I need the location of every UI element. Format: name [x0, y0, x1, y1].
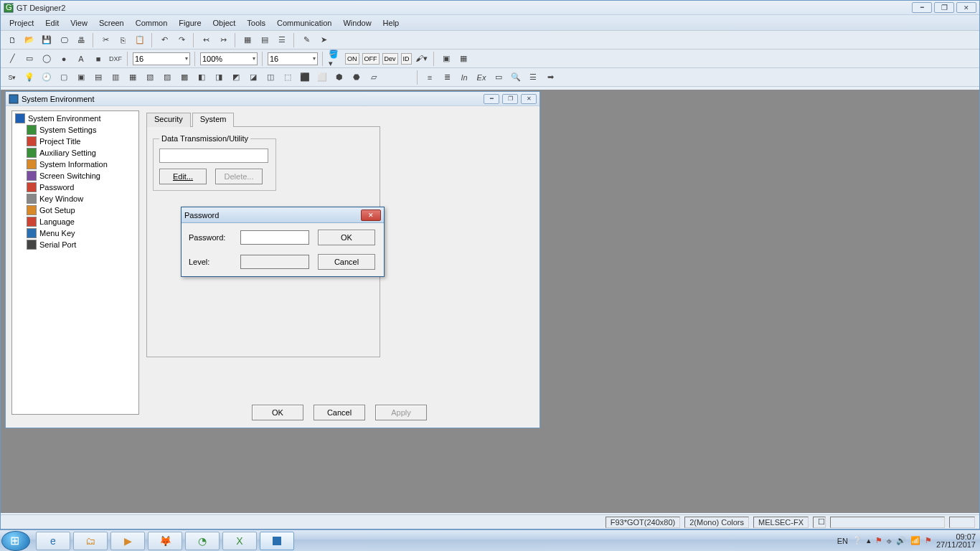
task-firefox[interactable]: 🦊 — [148, 532, 182, 550]
child-close-button[interactable]: ✕ — [521, 94, 537, 104]
tree-item-system-information[interactable]: System Information — [14, 159, 137, 170]
dev-button[interactable]: Dev — [382, 53, 398, 65]
delete-button[interactable]: Delete... — [215, 169, 263, 184]
tree-item-password[interactable]: Password — [14, 182, 137, 193]
menu-window[interactable]: Window — [343, 19, 371, 27]
menu-figure[interactable]: Figure — [179, 19, 201, 27]
start-button[interactable] — [1, 531, 30, 551]
redo-icon[interactable]: ↷ — [174, 33, 189, 47]
size2-combo[interactable]: 16 — [268, 52, 318, 65]
task-gtdesigner-active[interactable] — [260, 532, 294, 550]
print-icon[interactable]: 🖶 — [74, 33, 88, 47]
align-center-icon[interactable]: ≣ — [440, 70, 454, 85]
font-size-combo[interactable]: 16 — [133, 52, 190, 65]
obj2-icon[interactable]: ▣ — [74, 70, 88, 85]
task-app1[interactable]: ◔ — [185, 532, 220, 550]
tree-item-auxiliary-setting[interactable]: Auxiliary Setting — [14, 147, 137, 159]
cancel-button[interactable]: Cancel — [314, 405, 365, 420]
tree-item-screen-switching[interactable]: Screen Switching — [14, 170, 137, 182]
help-icon[interactable]: ❔ — [852, 536, 862, 545]
text-icon[interactable]: A — [74, 52, 88, 66]
obj6-icon[interactable]: ▧ — [143, 70, 157, 85]
dxf-icon[interactable]: DXF — [108, 52, 123, 66]
minimize-button[interactable] — [912, 2, 932, 13]
data-transmission-field[interactable] — [159, 149, 268, 163]
undo-icon[interactable]: ↶ — [157, 33, 171, 47]
menu-common[interactable]: Common — [136, 19, 168, 27]
window2-icon[interactable]: ▦ — [456, 52, 471, 66]
menu-communication[interactable]: Communication — [277, 19, 331, 27]
network-icon[interactable]: 📶 — [910, 536, 920, 545]
menu-edit[interactable]: Edit — [45, 19, 59, 27]
obj5-icon[interactable]: ▦ — [126, 70, 140, 85]
bucket-icon[interactable]: 🪣▾ — [328, 52, 342, 66]
volume-icon[interactable]: 🔊 — [896, 536, 906, 545]
tree-item-menu-key[interactable]: Menu Key — [14, 227, 137, 239]
obj8-icon[interactable]: ▩ — [177, 70, 192, 85]
new-icon[interactable]: 🗋 — [5, 33, 19, 47]
obj12-icon[interactable]: ◪ — [246, 70, 260, 85]
dialog-ok-button[interactable]: OK — [318, 230, 375, 245]
close-button[interactable] — [956, 2, 976, 13]
window1-icon[interactable]: ▣ — [439, 52, 453, 66]
italic-icon[interactable]: In — [457, 70, 471, 85]
list-icon[interactable]: ☰ — [526, 70, 540, 85]
pointer-icon[interactable]: ➤ — [316, 33, 331, 47]
arrow-left-icon[interactable]: ↢ — [199, 33, 213, 47]
task-explorer[interactable]: 🗂 — [73, 532, 108, 550]
obj17-icon[interactable]: ⬢ — [332, 70, 347, 85]
obj19-icon[interactable]: ▱ — [367, 70, 381, 85]
dialog-cancel-button[interactable]: Cancel — [318, 254, 375, 270]
obj13-icon[interactable]: ◫ — [263, 70, 278, 85]
lamp-icon[interactable]: 💡 — [22, 70, 37, 85]
arrow-right-icon[interactable]: ↣ — [216, 33, 230, 47]
tree-item-project-title[interactable]: Project Title — [14, 136, 137, 147]
obj1-icon[interactable]: ▢ — [57, 70, 71, 85]
menu-object[interactable]: Object — [213, 19, 236, 27]
s-icon[interactable]: S▾ — [5, 70, 19, 85]
clock-icon[interactable]: 🕘 — [39, 70, 54, 85]
obj15-icon[interactable]: ⬛ — [298, 70, 312, 85]
id-button[interactable]: ID — [401, 53, 412, 65]
obj11-icon[interactable]: ◩ — [229, 70, 243, 85]
find-icon[interactable]: 🔍 — [509, 70, 523, 85]
ruler-icon[interactable]: ▭ — [491, 70, 506, 85]
stack-icon[interactable]: ☰ — [275, 33, 289, 47]
tray-clock[interactable]: 09:07 27/11/2017 — [936, 533, 976, 549]
obj14-icon[interactable]: ⬚ — [281, 70, 295, 85]
ok-button[interactable]: OK — [252, 405, 303, 420]
tree-item-language[interactable]: Language — [14, 216, 137, 227]
tray-lang[interactable]: EN — [837, 537, 848, 545]
task-excel[interactable]: X — [222, 532, 257, 550]
apply-button[interactable]: Apply — [375, 405, 427, 420]
tray-icon-1[interactable]: ⎆ — [887, 537, 892, 545]
obj3-icon[interactable]: ▤ — [91, 70, 105, 85]
menu-project[interactable]: Project — [9, 19, 34, 27]
menu-help[interactable]: Help — [383, 19, 400, 27]
maximize-button[interactable] — [934, 2, 954, 13]
run-icon[interactable]: ➡ — [543, 70, 557, 85]
line-icon[interactable]: ╱ — [5, 52, 19, 66]
fill-icon[interactable]: ■ — [91, 52, 105, 66]
tab-security[interactable]: Security — [146, 113, 191, 127]
screen-icon[interactable]: 🖵 — [57, 33, 71, 47]
obj4-icon[interactable]: ▥ — [108, 70, 123, 85]
menu-tools[interactable]: Tools — [247, 19, 265, 27]
circle-icon[interactable]: ◯ — [39, 52, 54, 66]
menu-screen[interactable]: Screen — [99, 19, 124, 27]
tree-item-serial-port[interactable]: Serial Port — [14, 239, 137, 250]
copy-icon[interactable]: ⎘ — [116, 33, 130, 47]
chevron-up-icon[interactable]: ▴ — [867, 536, 871, 545]
pencil-icon[interactable]: ✎ — [299, 33, 314, 47]
password-input[interactable] — [240, 230, 309, 245]
dialog-close-button[interactable]: ✕ — [361, 209, 381, 221]
tray-icon-2[interactable]: ⚑ — [925, 536, 932, 545]
tree-item-got-setup[interactable]: Got Setup — [14, 204, 137, 216]
layers-icon[interactable]: ▤ — [258, 33, 272, 47]
ex-icon[interactable]: Ex — [474, 70, 489, 85]
tab-system[interactable]: System — [192, 113, 235, 127]
paste-icon[interactable]: 📋 — [133, 33, 147, 47]
task-ie[interactable]: e — [36, 532, 70, 550]
rect-icon[interactable]: ▭ — [22, 52, 37, 66]
task-media[interactable]: ▶ — [110, 532, 145, 550]
